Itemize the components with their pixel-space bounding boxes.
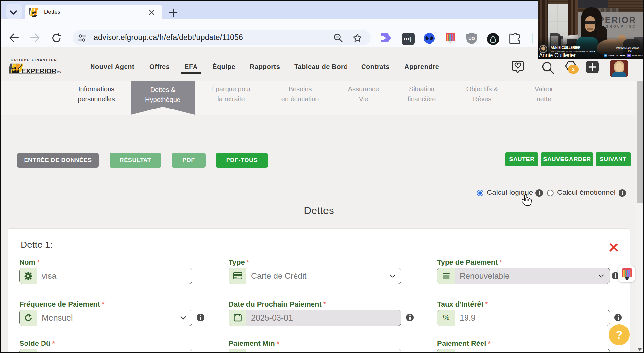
svg-text:UO: UO [468,36,475,41]
